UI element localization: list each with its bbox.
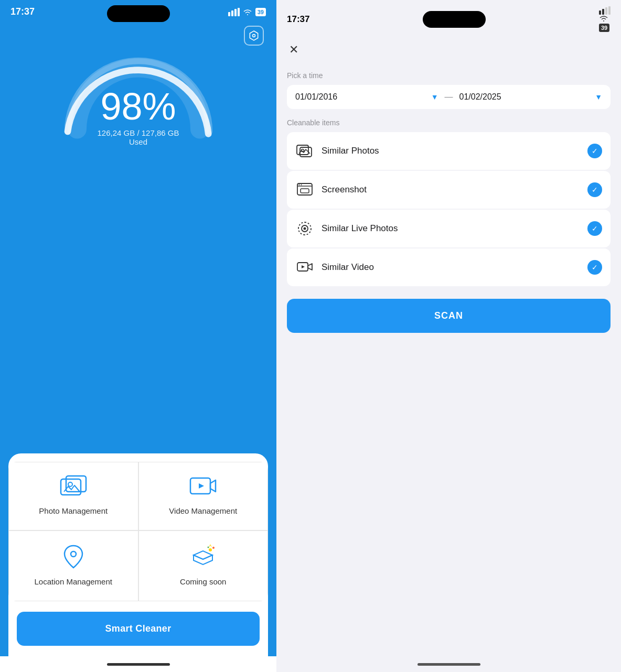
svg-rect-13 [599, 10, 601, 15]
similar-photos-check: ✓ [587, 144, 602, 158]
svg-rect-16 [608, 6, 611, 15]
gauge-container: 98% 126,24 GB / 127,86 GB Used [44, 47, 233, 151]
menu-item-location[interactable]: Location Management [8, 530, 138, 601]
clean-item-similar-video[interactable]: Similar Video ✓ [287, 248, 611, 286]
smart-cleaner-button[interactable]: Smart Cleaner [17, 612, 260, 646]
date-to-text: 01/02/2025 [459, 92, 501, 102]
svg-rect-2 [234, 9, 237, 16]
battery-right: 39 [599, 24, 609, 32]
photo-icon [60, 475, 87, 500]
svg-point-7 [68, 482, 72, 486]
clean-item-similar-photos[interactable]: Similar Photos ✓ [287, 132, 611, 170]
svg-rect-1 [231, 10, 233, 16]
clean-item-screenshot[interactable]: Screenshot ✓ [287, 171, 611, 209]
date-to-picker[interactable]: 01/02/2025 ▼ [459, 92, 603, 102]
hexagon-settings-icon [249, 30, 259, 41]
cleanable-items-list: Similar Photos ✓ Sc [287, 132, 611, 286]
signal-icon-left [228, 8, 240, 16]
right-content: Pick a time 01/01/2016 ▼ — 01/02/2025 ▼ … [276, 62, 621, 656]
svg-point-21 [299, 185, 300, 186]
similar-video-check: ✓ [587, 260, 602, 275]
svg-rect-23 [301, 189, 309, 193]
screenshot-label: Screenshot [322, 185, 367, 195]
clean-item-left-live: Similar Live Photos [295, 219, 398, 238]
dynamic-island-left [107, 5, 170, 22]
clean-item-left-screenshot: Screenshot [295, 180, 367, 199]
similar-photos-label: Similar Photos [322, 146, 379, 156]
screenshot-check: ✓ [587, 182, 602, 197]
svg-rect-0 [228, 12, 230, 16]
gauge-text: 98% 126,24 GB / 127,86 GB Used [91, 88, 186, 146]
settings-icon[interactable] [244, 26, 264, 46]
scan-button[interactable]: SCAN [287, 299, 611, 333]
battery-left: 39 [255, 8, 266, 16]
svg-point-11 [212, 547, 215, 549]
svg-point-9 [71, 551, 76, 557]
similar-photos-icon [295, 142, 314, 160]
video-icon [189, 475, 217, 500]
home-bar-left [107, 663, 170, 666]
screenshot-icon [295, 180, 314, 199]
menu-item-coming[interactable]: Coming soon [138, 530, 269, 601]
status-icons-left: 39 [228, 8, 266, 16]
video-label: Video Management [169, 506, 237, 515]
clean-item-live-photos[interactable]: Similar Live Photos ✓ [287, 210, 611, 247]
svg-rect-14 [602, 9, 604, 15]
svg-point-22 [301, 185, 302, 186]
date-from-text: 01/01/2016 [295, 92, 337, 102]
main-card: Photo Management Video Management [8, 453, 268, 656]
menu-item-photo[interactable]: Photo Management [8, 462, 138, 530]
right-phone: 17:37 39 ✕ Pick a time 01/01/2016 [276, 0, 621, 672]
svg-point-4 [253, 35, 255, 37]
status-bar-right: 17:37 39 [276, 0, 621, 36]
signal-icon-right [599, 6, 611, 15]
live-photos-label: Similar Live Photos [322, 223, 398, 234]
cleanable-items-label: Cleanable items [287, 118, 611, 127]
home-indicator-left [0, 656, 276, 672]
date-from-picker[interactable]: 01/01/2016 ▼ [295, 92, 438, 102]
menu-item-video[interactable]: Video Management [138, 462, 269, 530]
wifi-icon-right [599, 15, 608, 22]
home-bar-right [417, 663, 480, 666]
gauge-percent: 98% [91, 88, 186, 125]
close-button[interactable]: ✕ [287, 42, 301, 58]
location-label: Location Management [35, 577, 112, 586]
status-bar-left: 17:37 39 [0, 0, 276, 20]
date-separator: — [445, 92, 453, 102]
grid-menu: Photo Management Video Management [8, 462, 268, 601]
photo-label: Photo Management [39, 506, 108, 515]
clean-item-left-video: Similar Video [295, 258, 374, 277]
svg-rect-5 [61, 479, 81, 495]
clean-item-left-photos: Similar Photos [295, 142, 379, 160]
location-icon [61, 544, 86, 571]
chevron-to-icon: ▼ [595, 93, 602, 101]
svg-rect-3 [238, 8, 240, 16]
wifi-icon-left [243, 8, 252, 16]
time-right: 17:37 [287, 14, 309, 25]
date-picker-row: 01/01/2016 ▼ — 01/02/2025 ▼ [287, 85, 611, 109]
right-header: ✕ [276, 36, 621, 62]
time-left: 17:37 [10, 6, 35, 17]
svg-point-12 [208, 547, 209, 548]
pick-time-label: Pick a time [287, 71, 611, 80]
svg-rect-6 [66, 476, 86, 492]
dynamic-island-right [423, 11, 486, 28]
svg-rect-18 [300, 147, 312, 157]
svg-rect-15 [605, 7, 607, 15]
gauge-section: 98% 126,24 GB / 127,86 GB Used [0, 20, 276, 443]
home-indicator-right [276, 656, 621, 672]
coming-soon-icon [189, 544, 217, 571]
live-photos-icon [295, 219, 314, 238]
left-phone: 17:37 39 [0, 0, 276, 672]
status-icons-right: 39 [599, 6, 611, 32]
gauge-used: 126,24 GB / 127,86 GB Used [91, 128, 186, 146]
svg-point-25 [304, 227, 306, 230]
svg-point-10 [209, 548, 212, 551]
live-photos-check: ✓ [587, 221, 602, 236]
coming-soon-label: Coming soon [180, 577, 226, 586]
chevron-from-icon: ▼ [431, 93, 438, 101]
similar-video-label: Similar Video [322, 262, 374, 273]
similar-video-icon [295, 258, 314, 277]
